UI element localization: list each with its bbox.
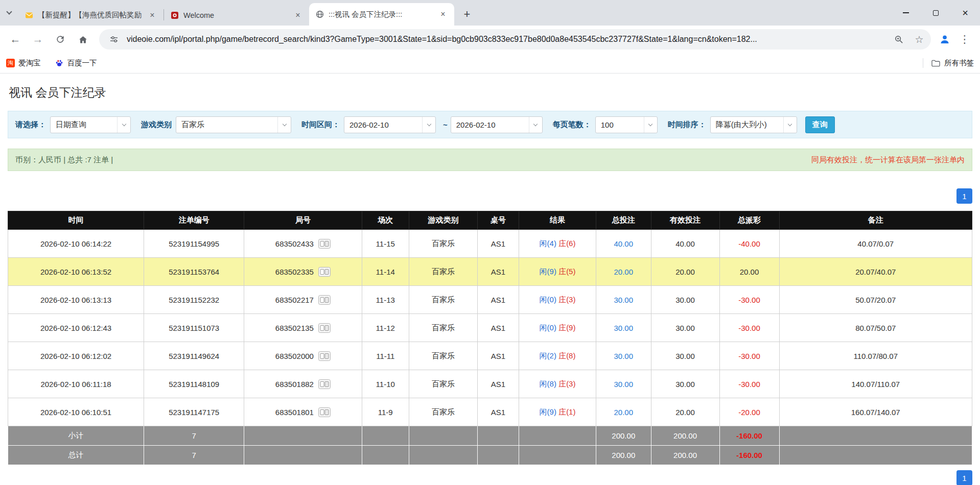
summary-empty (362, 426, 409, 446)
bet-records-table: 时间 注单编号 局号 场次 游戏类别 桌号 结果 总投注 有效投注 总派彩 备注… (8, 211, 972, 465)
cell-result: 闲(0) 庄(3) (519, 286, 596, 314)
browser-toolbar: ← → videoie.com/ipl/portal.php/game/betr… (0, 26, 980, 53)
summary-label: 小计 (8, 426, 144, 446)
tab-close-icon[interactable]: × (147, 10, 157, 20)
globe-favicon-icon (315, 10, 324, 19)
result-banker: 庄(6) (558, 239, 575, 248)
browser-tab-active[interactable]: :::视讯 会员下注纪录::: × (309, 3, 454, 26)
cell-payout: -30.00 (719, 314, 779, 342)
query-type-select[interactable]: 日期查询 (50, 116, 131, 133)
forward-button[interactable]: → (28, 29, 48, 50)
round-id-text: 683502135 (275, 324, 314, 332)
summary-valid-bet: 200.00 (651, 426, 719, 446)
date-from-select[interactable]: 2026-02-10 (344, 116, 436, 133)
game-replay-icon[interactable] (318, 239, 331, 249)
chevron-down-icon (117, 117, 130, 133)
round-id-text: 683502000 (275, 352, 314, 360)
bookmark-star-icon[interactable]: ☆ (912, 32, 927, 47)
tab-close-icon[interactable]: × (438, 9, 448, 19)
game-replay-icon[interactable] (318, 379, 331, 389)
date-to-select[interactable]: 2026-02-10 (451, 116, 543, 133)
cell-round-id: 683501801 (244, 398, 362, 426)
page-number-button[interactable]: 1 (956, 188, 972, 204)
browser-menu-icon[interactable]: ⋮ (954, 29, 975, 50)
minimize-button[interactable] (891, 0, 921, 26)
result-player: 闲(2) (540, 351, 556, 360)
game-type-select[interactable]: 百家乐 (176, 116, 291, 133)
cell-session: 11-12 (362, 314, 409, 342)
tab-strip-chevron-icon[interactable] (0, 0, 18, 26)
col-header-result: 结果 (519, 211, 596, 230)
bookmark-baidu[interactable]: 百度一下 (55, 58, 97, 68)
result-banker: 庄(1) (558, 407, 575, 416)
tab-close-icon[interactable]: × (293, 10, 303, 20)
cell-result: 闲(2) 庄(8) (519, 342, 596, 370)
round-id-text: 683502217 (275, 296, 314, 304)
cell-total-bet: 30.00 (596, 342, 651, 370)
round-id-text: 683502335 (275, 268, 314, 276)
cell-time: 2026-02-10 06:10:51 (8, 398, 144, 426)
game-replay-icon[interactable] (318, 295, 331, 305)
red-logo-favicon-icon (170, 11, 179, 19)
per-page-select[interactable]: 100 (595, 116, 658, 133)
cell-time: 2026-02-10 06:13:13 (8, 286, 144, 314)
table-body: 2026-02-10 06:14:22523191154995683502433… (8, 230, 972, 465)
cell-result: 闲(9) 庄(1) (519, 398, 596, 426)
table-header: 时间 注单编号 局号 场次 游戏类别 桌号 结果 总投注 有效投注 总派彩 备注 (8, 211, 972, 230)
cell-valid-bet: 20.00 (651, 398, 719, 426)
game-replay-icon[interactable] (318, 323, 331, 333)
profile-avatar-icon[interactable] (937, 32, 952, 47)
filter-bar: 请选择： 日期查询 游戏类别 百家乐 时间区间： 2026-02-10 ~ 20… (8, 111, 972, 138)
sort-select[interactable]: 降冪(由大到小) (710, 116, 797, 133)
table-row: 2026-02-10 06:12:02523191149624683502000… (8, 342, 972, 370)
col-header-table-no: 桌号 (477, 211, 519, 230)
cell-payout: -20.00 (719, 398, 779, 426)
reload-button[interactable] (50, 29, 71, 50)
result-player: 闲(9) (540, 267, 556, 276)
close-window-button[interactable]: × (950, 0, 980, 26)
cell-total-bet: 20.00 (596, 398, 651, 426)
cell-table-no: AS1 (477, 286, 519, 314)
cell-session: 11-15 (362, 230, 409, 258)
table-row: 2026-02-10 06:13:13523191152232683502217… (8, 286, 972, 314)
pagination-top: 1 (8, 188, 972, 204)
cell-session: 11-13 (362, 286, 409, 314)
back-button[interactable]: ← (5, 29, 26, 50)
site-info-tune-icon[interactable] (106, 32, 122, 47)
round-id-text: 683501801 (275, 408, 314, 417)
browser-tab-1[interactable]: 【新提醒】【海燕优质回帖奖励 × (18, 5, 164, 26)
cell-result: 闲(4) 庄(6) (519, 230, 596, 258)
page-content: 视讯 会员下注纪录 请选择： 日期查询 游戏类别 百家乐 时间区间： 2026-… (0, 85, 980, 485)
game-replay-icon[interactable] (318, 351, 331, 361)
page-number-button[interactable]: 1 (956, 470, 972, 485)
zoom-icon[interactable] (891, 32, 906, 47)
url-text[interactable]: videoie.com/ipl/portal.php/game/betrecor… (127, 35, 886, 44)
address-bar[interactable]: videoie.com/ipl/portal.php/game/betrecor… (99, 29, 931, 50)
summary-empty (477, 426, 519, 446)
search-button[interactable]: 查询 (805, 116, 835, 133)
select-value: 2026-02-10 (456, 120, 529, 129)
result-banker: 庄(3) (558, 379, 575, 388)
cell-time: 2026-02-10 06:13:52 (8, 258, 144, 286)
cell-note: 50.07/20.07 (779, 286, 972, 314)
cell-table-no: AS1 (477, 370, 519, 398)
bookmark-taobao[interactable]: 淘 爱淘宝 (6, 58, 41, 68)
summary-empty (409, 446, 477, 465)
summary-total-bet: 200.00 (596, 446, 651, 465)
game-replay-icon[interactable] (318, 407, 331, 417)
taobao-icon: 淘 (6, 59, 15, 67)
summary-empty (779, 446, 972, 465)
summary-empty (409, 426, 477, 446)
result-player: 闲(8) (540, 379, 556, 388)
new-tab-button[interactable]: + (459, 7, 475, 22)
cell-note: 20.07/40.07 (779, 258, 972, 286)
browser-tab-2[interactable]: Welcome × (164, 5, 309, 26)
game-replay-icon[interactable] (318, 267, 331, 277)
result-player: 闲(0) (540, 295, 556, 304)
window-controls: × (891, 0, 980, 26)
select-value: 百家乐 (181, 120, 277, 130)
maximize-button[interactable] (921, 0, 950, 26)
cell-session: 11-10 (362, 370, 409, 398)
home-button[interactable] (73, 29, 93, 50)
all-bookmarks-button[interactable]: 所有书签 (923, 58, 974, 68)
